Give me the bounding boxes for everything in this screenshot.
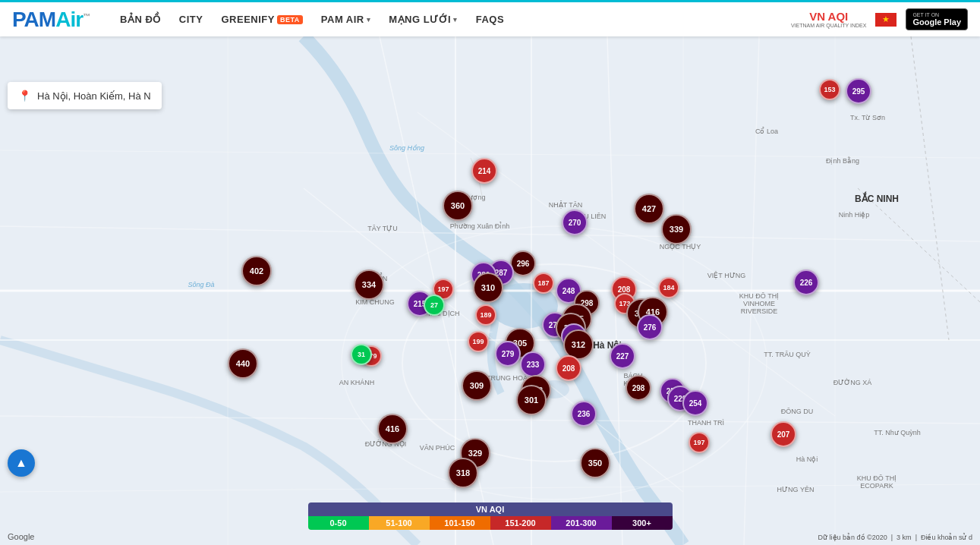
- aqi-marker-m38[interactable]: 208: [556, 355, 581, 381]
- legend-range-151-200: 151-200: [490, 516, 551, 530]
- aqi-marker-m40[interactable]: 31: [351, 344, 372, 365]
- google-play-get-it: GET IT ON: [912, 12, 939, 17]
- legend-range-300+: 300+: [612, 516, 673, 530]
- vn-aqi-label: VN AQI: [809, 10, 848, 23]
- nav-faqs[interactable]: FAQS: [476, 14, 504, 25]
- aqi-marker-m50[interactable]: 207: [770, 421, 796, 447]
- legend: VN AQI 0-5051-100101-150151-200201-30030…: [308, 502, 673, 530]
- aqi-marker-m1[interactable]: 214: [471, 158, 497, 184]
- header: PAMAir™ BẢN ĐỒ CITY GREENIFY BETA PAM AI…: [0, 0, 980, 36]
- aqi-marker-m6[interactable]: 270: [562, 209, 588, 235]
- nav-mang-luoi[interactable]: MẠNG LƯỚI ▾: [389, 14, 458, 25]
- aqi-marker-m36[interactable]: 227: [610, 343, 635, 369]
- legend-range-51-100: 51-100: [369, 516, 430, 530]
- logo-area[interactable]: PAMAir™: [12, 8, 90, 32]
- nav: BẢN ĐỒ CITY GREENIFY BETA PAM AIR ▾ MẠNG…: [120, 14, 791, 25]
- aqi-marker-m26[interactable]: 276: [637, 314, 663, 340]
- beta-badge: BETA: [277, 15, 303, 24]
- header-right: VN AQI VIETNAM AIR QUALITY INDEX GET IT …: [791, 8, 968, 30]
- aqi-marker-m49[interactable]: 236: [571, 401, 597, 427]
- legend-bar: 0-5051-100101-150151-200201-300300+: [308, 516, 673, 530]
- map-data-text: Dữ liệu bản đồ ©2020: [818, 534, 887, 541]
- vietnam-flag: [875, 13, 896, 27]
- logo-tm: ™: [83, 11, 90, 20]
- aqi-marker-m42[interactable]: 309: [462, 370, 492, 401]
- vn-aqi-sublabel: VIETNAM AIR QUALITY INDEX: [791, 23, 866, 29]
- google-play-button[interactable]: GET IT ON Google Play: [906, 8, 968, 30]
- aqi-marker-m35[interactable]: 279: [495, 341, 521, 367]
- aqi-marker-m52[interactable]: 416: [377, 414, 408, 444]
- location-button[interactable]: ▲: [8, 449, 35, 477]
- legend-title: VN AQI: [308, 502, 673, 516]
- aqi-marker-m19[interactable]: 402: [241, 256, 272, 286]
- nav-city[interactable]: CITY: [179, 14, 203, 25]
- nav-ban-do[interactable]: BẢN ĐỒ: [120, 14, 161, 25]
- legend-range-0-50: 0-50: [308, 516, 369, 530]
- nav-greenify[interactable]: GREENIFY BETA: [221, 14, 302, 25]
- aqi-marker-m2[interactable]: 360: [443, 191, 473, 221]
- aqi-marker-m21[interactable]: 27: [424, 295, 445, 316]
- google-play-label: Google Play: [912, 17, 961, 27]
- map-container[interactable]: 📍 Hà Nội, Hoàn Kiếm, Hà N Hà NộiBẮC NINH…: [0, 36, 980, 545]
- terms-text: Điều khoản sử d: [921, 534, 972, 541]
- aqi-marker-m48[interactable]: 254: [682, 390, 708, 416]
- aqi-marker-m16[interactable]: 184: [658, 277, 679, 298]
- search-text: Hà Nội, Hoàn Kiếm, Hà N: [37, 90, 151, 102]
- aqi-marker-m18[interactable]: 334: [354, 269, 384, 300]
- pam-air-dropdown-arrow: ▾: [367, 16, 371, 24]
- aqi-marker-m8[interactable]: 296: [510, 250, 536, 276]
- aqi-marker-m51[interactable]: 197: [689, 432, 710, 453]
- aqi-marker-m3[interactable]: 295: [846, 78, 871, 104]
- legend-range-101-150: 101-150: [430, 516, 490, 530]
- aqi-marker-m7[interactable]: 339: [661, 214, 692, 244]
- aqi-marker-m27[interactable]: 189: [475, 304, 496, 326]
- scale-text: 3 km: [896, 534, 912, 541]
- map-attribution: Dữ liệu bản đồ ©2020 | 3 km | Điều khoản…: [818, 534, 972, 541]
- aqi-marker-m11[interactable]: 310: [473, 272, 503, 303]
- aqi-marker-m5[interactable]: 427: [634, 194, 664, 224]
- search-bar[interactable]: 📍 Hà Nội, Hoàn Kiếm, Hà N: [8, 82, 162, 109]
- legend-range-201-300: 201-300: [551, 516, 612, 530]
- vn-aqi-badge[interactable]: VN AQI VIETNAM AIR QUALITY INDEX: [791, 10, 866, 29]
- aqi-marker-m53[interactable]: 350: [580, 448, 610, 478]
- aqi-marker-m17[interactable]: 226: [793, 269, 819, 295]
- aqi-marker-m55[interactable]: 318: [448, 458, 478, 488]
- aqi-marker-m33[interactable]: 199: [468, 331, 489, 352]
- aqi-marker-m4[interactable]: 153: [819, 79, 840, 100]
- location-pin-icon: 📍: [18, 90, 31, 102]
- mang-luoi-dropdown-arrow: ▾: [453, 16, 458, 24]
- nav-pam-air[interactable]: PAM AIR ▾: [321, 14, 370, 25]
- aqi-marker-m44[interactable]: 301: [516, 385, 547, 415]
- google-logo: Google: [8, 532, 34, 541]
- aqi-marker-m41[interactable]: 440: [228, 348, 258, 379]
- aqi-marker-m13[interactable]: 187: [533, 272, 554, 294]
- aqi-marker-m37[interactable]: 233: [520, 351, 546, 377]
- logo: PAMAir™: [12, 8, 90, 32]
- aqi-marker-m45[interactable]: 298: [625, 375, 651, 401]
